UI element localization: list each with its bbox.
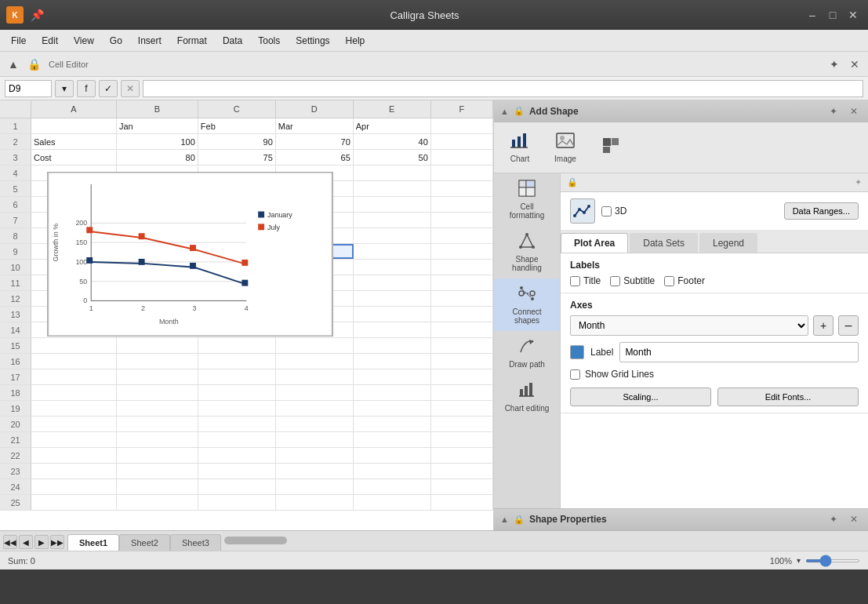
cell[interactable] <box>431 307 493 322</box>
restore-button[interactable]: □ <box>824 6 841 24</box>
cell[interactable] <box>354 385 431 400</box>
close-button[interactable]: ✕ <box>844 6 862 24</box>
cell[interactable] <box>276 479 354 494</box>
cell[interactable] <box>354 354 431 369</box>
cell-e3[interactable]: 50 <box>354 150 431 165</box>
cell[interactable] <box>354 275 431 290</box>
cell-c2[interactable]: 90 <box>198 134 276 149</box>
col-header-a[interactable]: A <box>31 100 117 118</box>
cell[interactable] <box>31 495 117 510</box>
cell[interactable] <box>198 479 276 494</box>
menu-tools[interactable]: Tools <box>250 32 288 49</box>
tool-shape-handling[interactable]: Shape handling <box>494 226 560 278</box>
cell-c3[interactable]: 75 <box>198 150 276 165</box>
cell-d2[interactable]: 70 <box>276 134 354 149</box>
dropdown-btn[interactable]: ▾ <box>55 80 74 97</box>
cell[interactable] <box>117 464 198 478</box>
menu-help[interactable]: Help <box>338 32 373 49</box>
toolbar-close-icon[interactable]: ✕ <box>846 56 863 73</box>
cell[interactable] <box>354 213 431 227</box>
cell[interactable] <box>354 495 431 510</box>
cell[interactable] <box>198 464 276 478</box>
tool-connect-shapes[interactable]: Connect shapes <box>494 278 560 331</box>
cell[interactable] <box>276 385 354 400</box>
menu-data[interactable]: Data <box>215 32 250 49</box>
label-field-input[interactable] <box>619 342 859 362</box>
cell[interactable] <box>354 228 431 243</box>
cell-d1[interactable]: Mar <box>276 118 354 133</box>
footer-check-label[interactable]: Footer <box>664 275 705 286</box>
cell[interactable] <box>354 464 431 478</box>
cell[interactable] <box>31 417 117 431</box>
cell[interactable] <box>276 338 354 353</box>
cell-c1[interactable]: Feb <box>198 118 276 133</box>
cell-a1[interactable] <box>31 118 117 133</box>
menu-go[interactable]: Go <box>102 32 130 49</box>
cell-a3[interactable]: Cost <box>31 150 117 165</box>
hscrollbar-track[interactable] <box>224 537 865 544</box>
cell[interactable] <box>354 291 431 306</box>
cell[interactable] <box>198 417 276 431</box>
nav-first-btn[interactable]: ◀◀ <box>3 535 17 549</box>
shape-props-collapse-icon[interactable]: ▲ <box>500 515 509 524</box>
function-btn[interactable]: f <box>77 80 96 97</box>
cell[interactable] <box>198 385 276 400</box>
footer-checkbox[interactable] <box>664 276 674 286</box>
sheet-tab-3[interactable]: Sheet3 <box>170 534 221 551</box>
cell[interactable] <box>431 291 493 306</box>
nav-prev-btn[interactable]: ◀ <box>19 535 33 549</box>
cell[interactable] <box>431 166 493 180</box>
cell[interactable] <box>431 417 493 431</box>
cell[interactable] <box>431 354 493 369</box>
axes-remove-btn[interactable]: – <box>838 315 859 336</box>
lock-icon[interactable]: 🔒 <box>514 106 525 116</box>
cell-e1[interactable]: Apr <box>354 118 431 133</box>
cell-f1[interactable] <box>431 118 493 133</box>
cell[interactable] <box>354 181 431 196</box>
menu-settings[interactable]: Settings <box>288 32 337 49</box>
cell[interactable] <box>117 417 198 431</box>
cell[interactable] <box>431 322 493 337</box>
chart-container[interactable]: 0 50 100 150 200 1 2 3 4 Growth in % <box>47 172 333 337</box>
cell[interactable] <box>198 338 276 353</box>
collapse-icon[interactable]: ▲ <box>500 107 509 116</box>
cell[interactable] <box>276 464 354 478</box>
cell[interactable] <box>431 432 493 447</box>
cell[interactable] <box>431 260 493 275</box>
panel-pin-icon[interactable]: ✦ <box>826 104 841 119</box>
cell[interactable] <box>354 369 431 384</box>
cell[interactable] <box>117 448 198 463</box>
cell[interactable] <box>431 228 493 243</box>
cell[interactable] <box>31 464 117 478</box>
cell[interactable] <box>117 479 198 494</box>
cell[interactable] <box>31 385 117 400</box>
cell[interactable] <box>354 401 431 416</box>
cell[interactable] <box>276 495 354 510</box>
cell[interactable] <box>354 307 431 322</box>
cell[interactable] <box>117 432 198 447</box>
title-checkbox[interactable] <box>570 276 580 286</box>
cell[interactable] <box>198 401 276 416</box>
cell[interactable] <box>431 338 493 353</box>
col-header-d[interactable]: D <box>276 100 354 118</box>
menu-edit[interactable]: Edit <box>34 32 66 49</box>
accept-btn[interactable]: ✓ <box>99 80 118 97</box>
pin-icon[interactable]: 📌 <box>28 6 45 24</box>
subtitle-checkbox[interactable] <box>610 276 620 286</box>
axes-add-btn[interactable]: + <box>813 315 833 336</box>
cell-b1[interactable]: Jan <box>117 118 198 133</box>
cancel-btn[interactable]: ✕ <box>121 80 140 97</box>
scaling-button[interactable]: Scaling... <box>570 388 711 406</box>
col-header-b[interactable]: B <box>117 100 198 118</box>
nav-next-btn[interactable]: ▶ <box>35 535 49 549</box>
menu-insert[interactable]: Insert <box>130 32 169 49</box>
cell[interactable] <box>31 448 117 463</box>
edit-fonts-button[interactable]: Edit Fonts... <box>717 388 859 406</box>
lock-icon[interactable]: 🔒 <box>25 56 42 73</box>
cell[interactable] <box>276 354 354 369</box>
cell[interactable] <box>354 322 431 337</box>
label-color-swatch[interactable] <box>570 345 584 359</box>
cell[interactable] <box>431 448 493 463</box>
tool-cell-formatting[interactable]: Cell formatting <box>494 173 560 226</box>
cell[interactable] <box>431 385 493 400</box>
